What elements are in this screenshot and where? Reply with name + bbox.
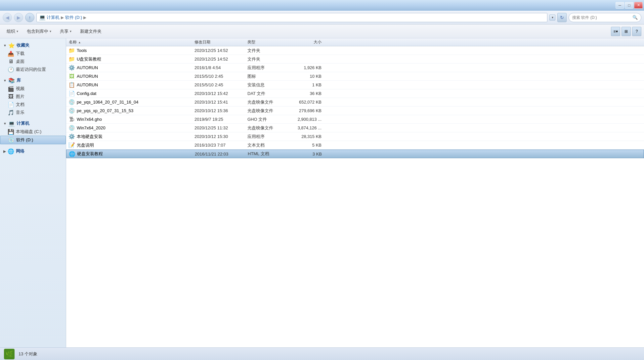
view-options-button[interactable]: ≡ ▾ (611, 27, 620, 36)
main-content: ▼ ⭐ 收藏夹 📥 下载 🖥 桌面 🕐 最近访问的位置 ▼ 📚 库 (0, 38, 644, 347)
breadcrumb-drive[interactable]: 软件 (D:) (65, 15, 82, 21)
file-name: AUTORUN (77, 82, 98, 87)
music-icon: 🎵 (8, 110, 14, 115)
favorites-label: 收藏夹 (17, 42, 29, 48)
view-icon: ≡ (613, 29, 616, 34)
file-type-cell: 光盘映像文件 (245, 125, 284, 131)
breadcrumb-computer[interactable]: 计算机 (47, 15, 60, 21)
sidebar-item-music[interactable]: 🎵 音乐 (0, 109, 66, 116)
table-row[interactable]: 📁 Tools 2020/12/25 14:52 文件夹 (66, 46, 644, 55)
col-name-label: 名称 (69, 39, 77, 45)
organize-button[interactable]: 组织 ▾ (3, 26, 22, 37)
new-folder-button[interactable]: 新建文件夹 (76, 26, 106, 37)
file-type-cell: 光盘映像文件 (245, 108, 284, 114)
table-row[interactable]: 🗜 Win7x64.gho 2019/9/7 19:25 GHO 文件 2,90… (66, 115, 644, 124)
network-arrow: ▶ (3, 150, 6, 153)
file-size-cell: 279,696 KB (284, 108, 324, 113)
file-type-icon: ⚙️ (69, 134, 75, 140)
file-date-cell: 2020/12/25 11:32 (192, 125, 245, 130)
pane-button[interactable]: ⊞ (622, 27, 631, 36)
file-name: 本地硬盘安装 (77, 134, 103, 140)
up-button[interactable]: ↑ (25, 13, 34, 22)
sidebar-section-computer: ▼ 💻 计算机 💾 本地磁盘 (C:) 💿 软件 (D:) (0, 119, 66, 144)
back-button[interactable]: ◀ (3, 13, 12, 22)
add-to-library-button[interactable]: 包含到库中 ▾ (23, 26, 55, 37)
table-row[interactable]: 📁 U盘安装教程 2020/12/25 14:52 文件夹 (66, 55, 644, 64)
file-name: AUTORUN (77, 65, 98, 70)
sidebar-favorites-header[interactable]: ▼ ⭐ 收藏夹 (0, 41, 66, 50)
sidebar-item-software-d[interactable]: 💿 软件 (D:) (0, 136, 66, 144)
table-row[interactable]: ⚙️ AUTORUN 2016/1/8 4:54 应用程序 1,926 KB (66, 64, 644, 72)
col-type-header[interactable]: 类型 (245, 39, 284, 45)
col-size-header[interactable]: 大小 (284, 39, 324, 45)
maximize-button[interactable]: □ (625, 2, 633, 9)
file-name-cell: 📋 AUTORUN (66, 82, 192, 88)
file-name-cell: 🖼 AUTORUN (66, 73, 192, 79)
sidebar-library-header[interactable]: ▼ 📚 库 (0, 76, 66, 85)
search-input[interactable] (572, 15, 630, 20)
sidebar-section-library: ▼ 📚 库 🎬 视频 🖼 图片 📄 文档 🎵 音乐 (0, 76, 66, 116)
forward-icon: ▶ (17, 15, 21, 20)
table-row[interactable]: 💿 pe_yqs_xp_20_07_31_15_53 2020/10/12 15… (66, 107, 644, 115)
file-type-icon: 📝 (69, 142, 75, 148)
file-type-cell: 文件夹 (245, 48, 284, 54)
sidebar-item-download[interactable]: 📥 下载 (0, 50, 66, 58)
sidebar-network-header[interactable]: ▶ 🌐 网络 (0, 147, 66, 156)
file-type-cell: HTML 文档 (245, 151, 285, 157)
file-name-cell: 📄 Config.dat (66, 91, 192, 97)
table-row[interactable]: 🌐 硬盘安装教程 2016/11/21 22:03 HTML 文档 3 KB (66, 150, 644, 158)
library-arrow: ▼ (3, 79, 7, 82)
file-date-cell: 2015/5/10 2:45 (192, 74, 245, 79)
file-name-cell: 🗜 Win7x64.gho (66, 116, 192, 122)
file-size-cell: 10 KB (284, 74, 324, 79)
add-to-library-dropdown-icon: ▾ (50, 29, 51, 33)
computer-label: 计算机 (17, 120, 29, 126)
table-row[interactable]: ⚙️ 本地硬盘安装 2020/10/12 15:30 应用程序 28,315 K… (66, 132, 644, 141)
refresh-button[interactable]: ↻ (557, 13, 567, 22)
file-date-cell: 2020/10/12 15:41 (192, 100, 245, 105)
table-row[interactable]: 🖼 AUTORUN 2015/5/10 2:45 图标 10 KB (66, 72, 644, 81)
help-button[interactable]: ? (632, 27, 641, 36)
desktop-label: 桌面 (16, 59, 24, 65)
share-dropdown-icon: ▾ (70, 29, 71, 33)
view-dropdown-icon: ▾ (616, 29, 618, 34)
table-row[interactable]: 📝 光盘说明 2016/10/23 7:07 文本文档 5 KB (66, 141, 644, 150)
file-date-cell: 2020/10/12 15:36 (192, 108, 245, 113)
sidebar-item-recent[interactable]: 🕐 最近访问的位置 (0, 66, 66, 73)
file-list: 📁 Tools 2020/12/25 14:52 文件夹 📁 U盘安装教程 20… (66, 46, 644, 347)
sidebar-item-desktop[interactable]: 🖥 桌面 (0, 58, 66, 66)
col-date-header[interactable]: 修改日期 (192, 39, 245, 45)
table-row[interactable]: 💿 pe_yqs_1064_20_07_31_16_04 2020/10/12 … (66, 98, 644, 107)
file-name-cell: ⚙️ 本地硬盘安装 (66, 134, 192, 140)
sidebar-computer-header[interactable]: ▼ 💻 计算机 (0, 119, 66, 128)
share-button[interactable]: 共享 ▾ (56, 26, 75, 37)
table-row[interactable]: 📄 Config.dat 2020/10/12 15:42 DAT 文件 36 … (66, 89, 644, 98)
sidebar-item-local-c[interactable]: 💾 本地磁盘 (C:) (0, 128, 66, 136)
sidebar-item-pictures[interactable]: 🖼 图片 (0, 93, 66, 101)
col-type-label: 类型 (247, 40, 255, 44)
col-name-header[interactable]: 名称 ▲ (66, 39, 192, 45)
status-app-icon: 🌿 (4, 349, 15, 359)
file-type-cell: 文本文档 (245, 142, 284, 148)
help-icon: ? (636, 29, 638, 34)
file-type-icon: 🖼 (69, 73, 75, 79)
sidebar-item-documents[interactable]: 📄 文档 (0, 101, 66, 109)
file-size-cell: 3,874,126 ... (284, 125, 324, 130)
address-dropdown-button[interactable]: ▾ (549, 15, 555, 21)
file-name: Win7x64_2020 (77, 125, 106, 130)
minimize-button[interactable]: ─ (616, 2, 624, 9)
sidebar-item-video[interactable]: 🎬 视频 (0, 85, 66, 93)
table-row[interactable]: 📋 AUTORUN 2015/5/10 2:45 安装信息 1 KB (66, 81, 644, 89)
table-row[interactable]: 💿 Win7x64_2020 2020/12/25 11:32 光盘映像文件 3… (66, 124, 644, 132)
network-label: 网络 (16, 148, 24, 154)
file-size-cell: 5 KB (284, 143, 324, 148)
file-type-icon: 💿 (69, 108, 75, 114)
file-date-cell: 2020/10/12 15:30 (192, 134, 245, 139)
forward-button[interactable]: ▶ (14, 13, 23, 22)
close-button[interactable]: ✕ (634, 2, 643, 9)
download-icon: 📥 (8, 51, 14, 57)
file-size-cell: 28,315 KB (284, 134, 324, 139)
file-name: pe_yqs_xp_20_07_31_15_53 (77, 108, 133, 113)
documents-icon: 📄 (8, 102, 14, 108)
file-name-cell: 🌐 硬盘安装教程 (66, 151, 192, 157)
